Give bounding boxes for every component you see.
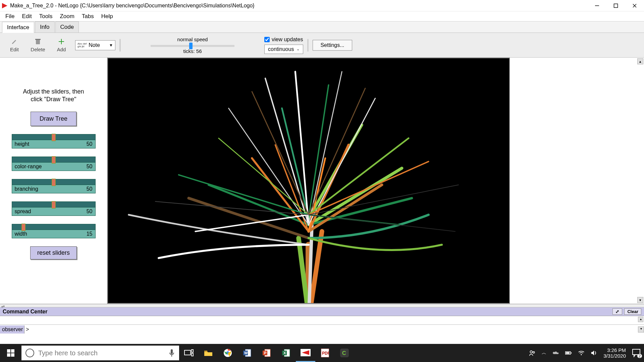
people-icon[interactable] <box>529 350 536 356</box>
cortana-icon <box>25 349 34 357</box>
speed-slider-thumb[interactable] <box>189 43 193 49</box>
window-title: Make_a_Tree_2.0 - NetLogo {C:\Users\larr… <box>10 3 255 9</box>
agent-context-select[interactable]: observer <box>0 325 24 334</box>
svg-point-33 <box>530 351 533 353</box>
world-view[interactable] <box>107 58 510 304</box>
delete-tool[interactable]: Delete <box>28 38 48 52</box>
chrome-button[interactable] <box>218 344 237 362</box>
speed-slider[interactable] <box>151 45 234 47</box>
menu-edit[interactable]: Edit <box>18 12 35 20</box>
tray-overflow-button[interactable]: ︿ <box>542 350 546 356</box>
widget-type-select[interactable]: Abc defghi jkl Note ▼ <box>75 40 115 50</box>
tick-counter: ticks: 56 <box>183 48 202 54</box>
chevron-down-icon: ▼ <box>109 43 113 48</box>
svg-rect-15 <box>204 351 207 352</box>
speed-label: normal speed <box>177 37 208 42</box>
speed-slider-block: normal speed ticks: 56 <box>149 37 236 54</box>
scroll-up-button[interactable]: ▴ <box>638 317 643 322</box>
action-center-button[interactable]: 2 <box>632 349 641 357</box>
interface-control-panel: Adjust the sliders, then click "Draw Tre… <box>0 58 107 304</box>
svg-rect-14 <box>192 353 193 356</box>
svg-point-34 <box>533 352 535 353</box>
history-button[interactable]: ▾ <box>638 326 644 333</box>
draw-tree-button[interactable]: Draw Tree <box>31 112 76 126</box>
minimize-button[interactable] <box>588 0 606 11</box>
menu-file[interactable]: File <box>2 12 18 20</box>
command-center-output[interactable]: ▴ <box>0 316 644 325</box>
command-center-expand-button[interactable]: ⤢ <box>612 308 622 315</box>
svg-point-38 <box>581 354 582 355</box>
onedrive-icon[interactable] <box>552 350 559 356</box>
start-button[interactable] <box>0 344 21 362</box>
slider-label: width <box>15 231 27 237</box>
menu-tabs[interactable]: Tabs <box>78 12 97 20</box>
slider-height[interactable]: height 50 <box>12 134 96 148</box>
svg-rect-36 <box>571 352 572 353</box>
svg-rect-6 <box>7 349 10 353</box>
word-button[interactable]: W <box>237 344 257 362</box>
edit-tool[interactable]: Edit <box>5 38 24 52</box>
camtasia-button[interactable]: C <box>335 344 354 362</box>
menu-zoom[interactable]: Zoom <box>56 12 77 20</box>
maximize-button[interactable] <box>606 0 625 11</box>
menu-help[interactable]: Help <box>98 12 116 20</box>
tab-info[interactable]: Info <box>35 21 54 33</box>
scroll-down-button[interactable]: ▾ <box>637 297 643 303</box>
instruction-note: Adjust the sliders, then click "Draw Tre… <box>23 88 84 104</box>
view-updates-input[interactable] <box>264 37 270 42</box>
slider-color-range[interactable]: color-range 50 <box>12 157 96 171</box>
microphone-icon[interactable] <box>168 349 175 357</box>
reset-sliders-button[interactable]: reset sliders <box>30 246 77 259</box>
tab-interface[interactable]: Interface <box>2 22 34 33</box>
window-titlebar: Make_a_Tree_2.0 - NetLogo {C:\Users\larr… <box>0 0 644 11</box>
battery-icon[interactable] <box>565 350 572 356</box>
svg-rect-8 <box>7 353 10 357</box>
excel-button[interactable]: X <box>276 344 296 362</box>
prompt-caret: > <box>24 326 30 333</box>
volume-icon[interactable] <box>591 350 597 356</box>
command-input[interactable] <box>31 326 638 333</box>
command-center-title: Command Center <box>3 309 47 315</box>
svg-rect-5 <box>35 39 41 40</box>
view-updates-block: view updates continuous ⌄ <box>264 37 303 54</box>
taskbar-search-input[interactable] <box>38 349 164 357</box>
close-button[interactable] <box>625 0 644 11</box>
update-mode-select[interactable]: continuous ⌄ <box>264 45 303 54</box>
taskbar-search[interactable] <box>21 346 179 360</box>
task-view-button[interactable] <box>179 344 199 362</box>
slider-value: 50 <box>87 208 93 215</box>
trash-icon <box>34 38 42 45</box>
file-explorer-button[interactable] <box>199 344 218 362</box>
slider-width[interactable]: width 15 <box>12 224 96 238</box>
settings-button[interactable]: Settings... <box>313 40 352 51</box>
taskbar-clock[interactable]: 3:26 PM 3/31/2020 <box>603 347 626 359</box>
horizontal-splitter[interactable]: ▴▾ <box>0 304 644 307</box>
pencil-icon <box>11 38 18 45</box>
slider-value: 50 <box>87 141 93 147</box>
slider-branching[interactable]: branching 50 <box>12 179 96 193</box>
tree-render <box>108 58 509 303</box>
tab-code[interactable]: Code <box>55 21 79 33</box>
svg-rect-13 <box>192 350 193 352</box>
scroll-up-button[interactable]: ▴ <box>637 58 643 64</box>
slider-label: branching <box>15 186 38 192</box>
svg-text:PDF: PDF <box>322 351 329 356</box>
view-updates-checkbox[interactable]: view updates <box>264 37 303 43</box>
svg-text:P: P <box>264 351 266 355</box>
command-center-clear-button[interactable]: Clear <box>624 308 641 315</box>
netlogo-taskbar-button[interactable] <box>296 344 315 362</box>
adobe-reader-button[interactable]: PDF <box>315 344 335 362</box>
slider-spread[interactable]: spread 50 <box>12 201 96 216</box>
wifi-icon[interactable] <box>578 350 585 356</box>
interface-workspace: Adjust the sliders, then click "Draw Tre… <box>0 58 644 304</box>
slider-label: spread <box>15 208 31 215</box>
main-tab-strip: Interface Info Code <box>0 21 644 33</box>
menu-tools[interactable]: Tools <box>36 12 56 20</box>
slider-label: color-range <box>15 164 42 170</box>
svg-rect-12 <box>184 350 191 355</box>
chevron-down-icon: ⌄ <box>297 47 300 51</box>
add-tool[interactable]: Add <box>52 38 71 52</box>
powerpoint-button[interactable]: P <box>257 344 276 362</box>
svg-rect-9 <box>11 353 14 357</box>
slider-value: 50 <box>87 164 93 170</box>
